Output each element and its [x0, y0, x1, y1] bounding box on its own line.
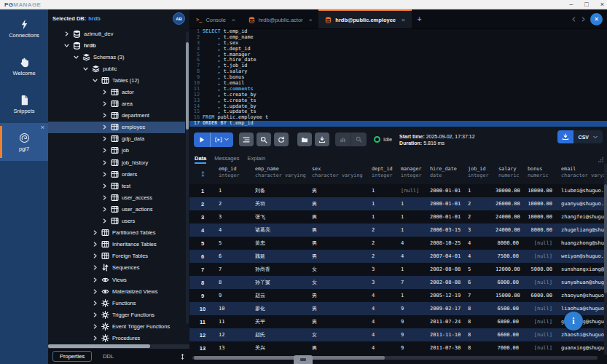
- grid-cell[interactable]: 女: [309, 279, 369, 286]
- column-header-email[interactable]: emailcharacter varyi: [558, 164, 604, 184]
- grid-row[interactable]: 1313关兴男492011-07-3087000.00[null]guanxin…: [189, 341, 604, 355]
- grid-cell[interactable]: guanyu@shuguo.: [558, 201, 604, 207]
- grid-cell[interactable]: 2: [369, 253, 398, 259]
- grid-cell[interactable]: 8: [216, 280, 252, 285]
- grid-cell[interactable]: 孙丫鬟: [252, 279, 309, 286]
- grid-cell[interactable]: 1: [398, 227, 427, 233]
- grid-cell[interactable]: 2: [369, 240, 398, 246]
- grid-cell[interactable]: 13: [216, 345, 252, 351]
- grid-cell[interactable]: 4: [465, 253, 496, 259]
- chevron-right-icon[interactable]: [101, 160, 108, 165]
- grid-row[interactable]: 1212赵氏女492011-11-1086600.00[null]zhaoshi…: [189, 328, 604, 341]
- close-icon[interactable]: ×: [402, 17, 405, 23]
- autocomplete-badge[interactable]: AB: [173, 12, 185, 25]
- row-number[interactable]: 1: [189, 188, 216, 194]
- grid-cell[interactable]: 2008-10-25: [427, 240, 465, 246]
- column-header-hire-date[interactable]: hire_datedate: [427, 164, 465, 184]
- grid-cell[interactable]: 6000.00: [525, 293, 558, 298]
- column-header-salary[interactable]: salarynumeric: [496, 164, 525, 184]
- save-file-button[interactable]: [315, 132, 329, 146]
- tree-vertical-scrollbar[interactable]: [186, 31, 189, 324]
- grid-cell[interactable]: liubei@shuguo.: [558, 188, 604, 194]
- tree-item-job-history[interactable]: job_history: [48, 157, 185, 168]
- grid-cell[interactable]: 4: [369, 319, 398, 325]
- grid-cell[interactable]: 7000.00: [496, 345, 525, 351]
- grid-cell[interactable]: 6800.00: [496, 319, 525, 325]
- row-number[interactable]: 12: [189, 332, 216, 339]
- grid-cell[interactable]: 9: [398, 306, 427, 312]
- tab-hrdb-public-employee[interactable]: hrdb@public.employee×: [318, 9, 411, 28]
- grid-cell[interactable]: 6500.00: [496, 306, 525, 312]
- grid-cell[interactable]: 26000.00: [496, 201, 525, 207]
- grid-cell[interactable]: 5000.00: [525, 266, 558, 272]
- row-number[interactable]: 5: [189, 240, 216, 247]
- scrollbar-thumb[interactable]: [194, 356, 385, 360]
- tree-item-public[interactable]: public: [48, 63, 185, 74]
- tree-item-materialized-views[interactable]: Materialized Views: [48, 285, 185, 297]
- grid-cell[interactable]: 男: [309, 253, 369, 260]
- grid-cell[interactable]: 8: [465, 306, 496, 312]
- grid-cell[interactable]: 4: [369, 306, 398, 312]
- grid-horizontal-scrollbar[interactable]: [192, 356, 598, 360]
- grid-cell[interactable]: 4: [465, 240, 496, 246]
- grid-cell[interactable]: 诸葛亮: [252, 226, 309, 234]
- grid-cell[interactable]: 5: [216, 240, 252, 246]
- maximize-button[interactable]: □: [584, 0, 588, 9]
- grid-cell[interactable]: 10000.00: [525, 201, 558, 207]
- tree-item-user-actions[interactable]: user_actions: [48, 203, 185, 215]
- editor-line[interactable]: 3 , t.sex: [189, 41, 607, 47]
- format-sql-button[interactable]: [239, 132, 254, 146]
- tree-item-employee[interactable]: employee: [48, 122, 185, 133]
- sidebar-item-connections[interactable]: Connections: [0, 9, 48, 47]
- tree-item-department[interactable]: department: [48, 110, 185, 122]
- row-number[interactable]: 11: [189, 319, 216, 325]
- grid-cell[interactable]: 2: [465, 214, 496, 220]
- column-header-dept-id[interactable]: dept_idinteger: [369, 164, 398, 184]
- column-header-emp-id[interactable]: emp_idinteger: [216, 164, 252, 184]
- grid-cell[interactable]: 2007-04-01: [427, 253, 465, 259]
- chevron-right-icon[interactable]: [91, 265, 98, 270]
- tree-item-inheritance-tables[interactable]: Inheritance Tables: [48, 239, 185, 250]
- results-tab-data[interactable]: Data: [195, 155, 206, 164]
- grid-cell[interactable]: 3: [216, 214, 252, 220]
- grid-cell[interactable]: 8: [465, 332, 496, 338]
- sidebar-item-welcome[interactable]: Welcome: [0, 47, 48, 85]
- grid-cell[interactable]: 10000.00: [525, 214, 558, 220]
- grid-cell[interactable]: 女: [309, 266, 369, 273]
- tree-item-sequences[interactable]: Sequences: [48, 262, 185, 274]
- grid-cell[interactable]: 关平: [252, 318, 309, 325]
- column-header-emp-name[interactable]: emp_namecharacter varying: [252, 164, 309, 184]
- chevron-right-icon[interactable]: [101, 90, 108, 95]
- grid-cell[interactable]: 15000.00: [496, 293, 525, 298]
- grid-cell[interactable]: 4: [216, 227, 252, 233]
- close-icon[interactable]: ×: [309, 17, 313, 23]
- editor-line[interactable]: 9 , t.bonus: [189, 75, 607, 81]
- chevron-right-icon[interactable]: [91, 289, 98, 294]
- grid-row[interactable]: 1111关平男492011-07-2486800.00[null]guanpin…: [189, 315, 604, 328]
- tree-item-orders[interactable]: orders: [48, 168, 185, 180]
- grid-cell[interactable]: 8000.00: [525, 227, 558, 233]
- chevron-right-icon[interactable]: [101, 113, 108, 118]
- grid-cell[interactable]: 2011-07-24: [427, 319, 465, 325]
- grid-cell[interactable]: 男: [309, 344, 369, 352]
- column-header-sex[interactable]: sexcharacter varying: [309, 164, 369, 184]
- grid-cell[interactable]: zhaoyun@shuguo: [558, 293, 604, 298]
- grid-cell[interactable]: 关兴: [252, 344, 309, 352]
- grid-row[interactable]: 11刘备男1[null]2000-01-01130000.0010000.00l…: [189, 184, 604, 197]
- grid-cell[interactable]: 关羽: [252, 200, 309, 207]
- row-number[interactable]: 10: [189, 306, 216, 312]
- command-history-button[interactable]: [274, 132, 289, 146]
- open-file-button[interactable]: [297, 132, 312, 146]
- pane-resize-grip[interactable]: [294, 355, 313, 364]
- column-header-manager[interactable]: managerinteger: [398, 164, 427, 184]
- grid-cell[interactable]: 1: [398, 201, 427, 207]
- grid-cell[interactable]: 9: [398, 332, 427, 338]
- grid-cell[interactable]: 3: [465, 227, 496, 233]
- chevron-right-icon[interactable]: [91, 324, 98, 329]
- tree-item-views[interactable]: Views: [48, 274, 185, 285]
- grid-cell[interactable]: [null]: [525, 253, 558, 259]
- grid-cell[interactable]: 7: [465, 293, 496, 298]
- grid-cell[interactable]: zhangfei@shugu: [558, 214, 604, 220]
- editor-line[interactable]: 6 , t.hire_date: [189, 58, 607, 63]
- grid-row[interactable]: 44诸葛亮男212006-03-15324000.008000.00zhugel…: [189, 223, 604, 237]
